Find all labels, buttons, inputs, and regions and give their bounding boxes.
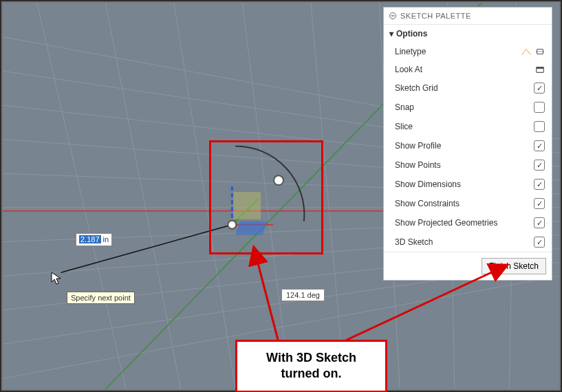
row-linetype: Linetype xyxy=(384,43,552,61)
show-projected-checkbox[interactable] xyxy=(534,217,545,228)
snap-checkbox[interactable] xyxy=(534,102,545,113)
show-dimensions-label: Show Dimensions xyxy=(395,179,461,189)
row-show-projected: Show Projected Geometries xyxy=(384,213,552,232)
lookat-label: Look At xyxy=(395,65,422,74)
show-constraints-label: Show Constraints xyxy=(395,199,460,208)
show-dimensions-checkbox[interactable] xyxy=(534,179,545,190)
sketch-palette: SKETCH PALETTE ▾ Options Linetype Look A… xyxy=(383,7,552,281)
linetype-construction-icon[interactable] xyxy=(521,47,531,56)
palette-title: SKETCH PALETTE xyxy=(400,12,471,20)
lookat-icon[interactable] xyxy=(535,65,545,74)
slice-checkbox[interactable] xyxy=(534,121,545,132)
row-slice: Slice xyxy=(384,117,552,136)
svg-rect-35 xyxy=(537,67,544,69)
row-snap: Snap xyxy=(384,98,552,117)
sketch-grid-label: Sketch Grid xyxy=(395,83,438,93)
show-profile-checkbox[interactable] xyxy=(534,140,545,151)
show-points-label: Show Points xyxy=(395,160,441,170)
slice-label: Slice xyxy=(395,122,413,131)
hint-tooltip: Specify next point xyxy=(67,292,135,304)
show-profile-label: Show Profile xyxy=(395,141,441,151)
measurement-unit: in xyxy=(103,235,109,243)
measurement-readout: 2.187 in xyxy=(76,233,112,246)
caret-down-icon: ▾ xyxy=(389,29,393,39)
collapse-icon[interactable] xyxy=(389,12,396,19)
mouse-cursor xyxy=(50,271,64,289)
3d-sketch-label: 3D Sketch xyxy=(395,237,433,247)
linetype-label: Linetype xyxy=(395,47,426,56)
row-show-constraints: Show Constraints xyxy=(384,194,552,213)
row-show-profile: Show Profile xyxy=(384,136,552,155)
gizmo-highlight-box xyxy=(209,140,323,254)
linetype-centerline-icon[interactable] xyxy=(535,47,545,56)
show-projected-label: Show Projected Geometries xyxy=(395,218,497,228)
palette-header[interactable]: SKETCH PALETTE xyxy=(384,8,552,25)
row-lookat: Look At xyxy=(384,61,552,78)
row-show-dimensions: Show Dimensions xyxy=(384,175,552,194)
angle-readout: 124.1 deg xyxy=(281,289,325,301)
show-points-checkbox[interactable] xyxy=(534,160,545,171)
measurement-value: 2.187 xyxy=(79,235,101,243)
options-section-header[interactable]: ▾ Options xyxy=(384,25,552,43)
3d-sketch-checkbox[interactable] xyxy=(534,237,545,248)
row-show-points: Show Points xyxy=(384,155,552,175)
sketch-grid-checkbox[interactable] xyxy=(534,83,545,94)
show-constraints-checkbox[interactable] xyxy=(534,198,545,209)
annotation-callout: With 3D Sketch turned on. xyxy=(235,340,387,392)
finish-sketch-button[interactable]: Finish Sketch xyxy=(482,258,546,274)
snap-label: Snap xyxy=(395,102,414,112)
row-sketch-grid: Sketch Grid xyxy=(384,78,552,98)
row-3d-sketch: 3D Sketch xyxy=(384,232,552,252)
